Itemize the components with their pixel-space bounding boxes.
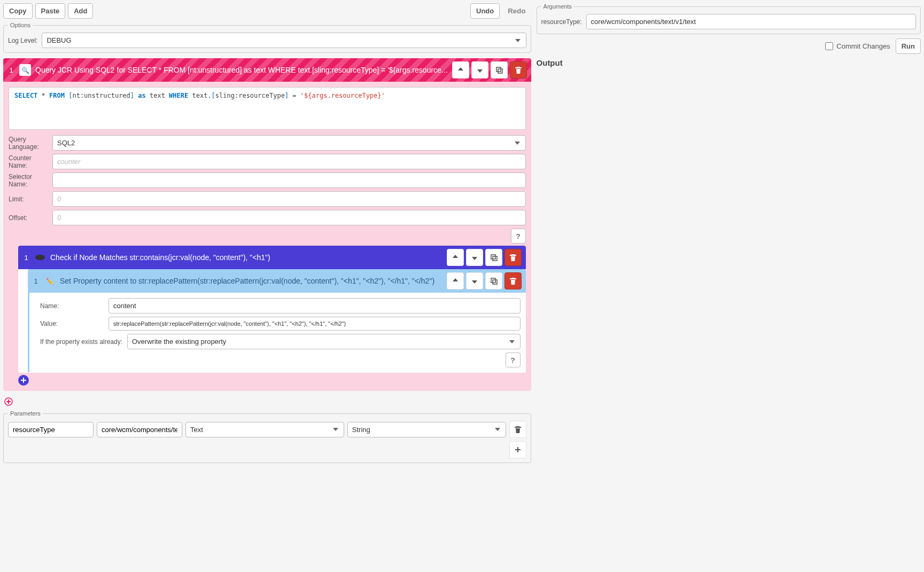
parameters-fieldset: Parameters Text String <box>3 410 531 463</box>
svg-rect-2 <box>491 255 495 259</box>
add-button[interactable]: Add <box>68 3 93 19</box>
move-down-button[interactable] <box>466 272 483 289</box>
duplicate-button[interactable] <box>485 272 502 289</box>
counter-name-input[interactable] <box>52 154 526 169</box>
hop-check-header[interactable]: 1 Check if Node Matches str:contains(jcr… <box>18 246 526 269</box>
log-level-label: Log Level: <box>8 37 37 44</box>
log-level-select[interactable]: DEBUG <box>42 33 526 48</box>
selector-name-input[interactable] <box>52 173 526 188</box>
arguments-fieldset: Arguments resourceType: <box>537 3 921 34</box>
hop-check: 1 Check if Node Matches str:contains(jcr… <box>18 246 526 373</box>
name-input[interactable] <box>108 298 521 314</box>
delete-button[interactable] <box>504 249 522 266</box>
duplicate-button[interactable] <box>485 249 502 266</box>
hop-number: 1 <box>22 254 30 262</box>
paste-button[interactable]: Paste <box>35 3 66 19</box>
options-fieldset: Options Log Level: DEBUG <box>3 22 531 53</box>
exists-select[interactable]: Overwrite the existing property <box>127 334 521 349</box>
magnifier-icon <box>19 64 31 76</box>
param-type-select[interactable]: String <box>347 422 506 437</box>
hop-set-header[interactable]: 1 Set Property content to str:replacePat… <box>28 269 526 293</box>
add-param-button[interactable] <box>509 441 526 458</box>
param-hint-select[interactable]: Text <box>185 422 344 437</box>
svg-rect-5 <box>493 280 497 284</box>
query-language-label: Query Language: <box>9 136 48 151</box>
options-legend: Options <box>8 22 33 28</box>
hop-title: Query JCR Using SQL2 for SELECT * FROM [… <box>35 66 448 74</box>
parameters-legend: Parameters <box>8 410 43 417</box>
resource-type-label: resourceType: <box>541 18 582 26</box>
add-hop-button[interactable] <box>3 396 14 407</box>
name-label: Name: <box>40 302 104 310</box>
selector-name-label: Selector Name: <box>9 173 48 188</box>
parameter-row: Text String <box>8 421 526 438</box>
value-label: Value: <box>40 320 104 327</box>
hop-number: 1 <box>32 277 40 285</box>
commit-changes-input[interactable] <box>825 42 833 50</box>
value-input[interactable] <box>108 317 521 331</box>
copy-button[interactable]: Copy <box>3 3 33 19</box>
svg-rect-4 <box>491 278 495 283</box>
pencil-icon <box>44 275 56 287</box>
query-language-select[interactable]: SQL2 <box>52 135 526 151</box>
delete-button[interactable] <box>510 61 527 79</box>
commit-changes-checkbox[interactable]: Commit Changes <box>825 42 890 50</box>
counter-name-label: Counter Name: <box>9 154 48 169</box>
arguments-legend: Arguments <box>541 3 574 10</box>
add-hop-button[interactable] <box>18 375 29 386</box>
offset-label: Offset: <box>9 214 48 222</box>
hop-number: 1 <box>7 66 15 74</box>
delete-param-button[interactable] <box>509 421 526 438</box>
svg-rect-1 <box>498 69 502 73</box>
run-button[interactable]: Run <box>896 38 921 54</box>
svg-rect-3 <box>493 256 497 261</box>
hop-set: 1 Set Property content to str:replacePat… <box>28 269 526 373</box>
eye-icon <box>34 252 46 263</box>
svg-rect-0 <box>496 67 501 72</box>
hop-title: Set Property content to str:replacePatte… <box>60 277 442 285</box>
exists-label: If the property exists already: <box>40 338 123 346</box>
resource-type-input[interactable] <box>586 14 916 29</box>
hop-query-header[interactable]: 1 Query JCR Using SQL2 for SELECT * FROM… <box>3 58 531 82</box>
move-up-button[interactable] <box>452 61 469 79</box>
move-up-button[interactable] <box>447 272 464 289</box>
move-down-button[interactable] <box>471 61 488 79</box>
limit-label: Limit: <box>9 195 48 203</box>
sql-editor[interactable]: SELECT * FROM [nt:unstructured] as text … <box>9 87 526 130</box>
help-button[interactable]: ? <box>506 352 521 367</box>
hop-title: Check if Node Matches str:contains(jcr:v… <box>50 253 442 262</box>
redo-button[interactable]: Redo <box>502 3 531 19</box>
delete-button[interactable] <box>504 272 522 289</box>
move-up-button[interactable] <box>447 249 464 266</box>
param-name-input[interactable] <box>8 422 94 437</box>
output-heading: Output <box>537 58 921 67</box>
undo-button[interactable]: Undo <box>470 3 500 19</box>
limit-input[interactable] <box>52 191 526 207</box>
offset-input[interactable] <box>52 210 526 225</box>
param-default-input[interactable] <box>97 422 182 437</box>
hop-query: 1 Query JCR Using SQL2 for SELECT * FROM… <box>3 58 531 391</box>
duplicate-button[interactable] <box>491 61 508 79</box>
move-down-button[interactable] <box>466 249 483 266</box>
commit-changes-label: Commit Changes <box>836 42 890 50</box>
help-button[interactable]: ? <box>511 229 526 244</box>
